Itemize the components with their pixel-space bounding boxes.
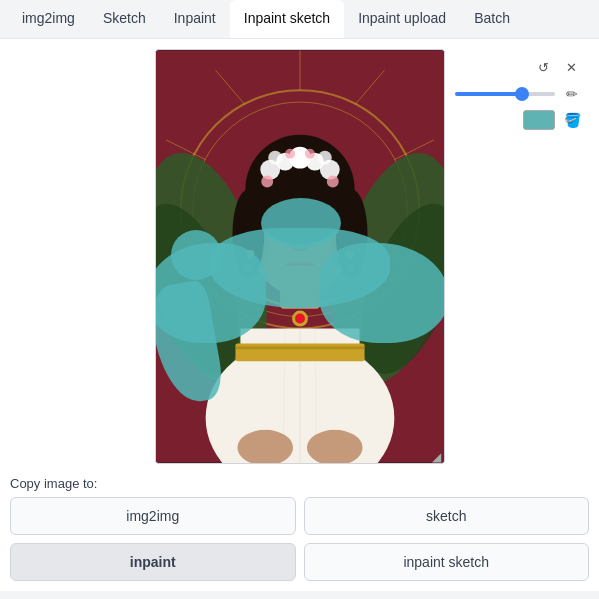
- paint-blob-neck: [261, 198, 341, 248]
- tab-bar: img2img Sketch Inpaint Inpaint sketch In…: [0, 0, 599, 39]
- canvas-toolbar: ↺ ✕ ✏ 🪣: [455, 55, 583, 131]
- svg-point-42: [268, 151, 282, 165]
- undo-button[interactable]: ↺: [531, 55, 555, 79]
- color-swatch[interactable]: [523, 110, 555, 130]
- tab-img2img[interactable]: img2img: [8, 0, 89, 38]
- copy-buttons: img2img sketch inpaint inpaint sketch: [10, 497, 589, 581]
- svg-point-20: [295, 314, 305, 324]
- color-row: 🪣: [523, 109, 583, 131]
- bottom-area: Copy image to: img2img sketch inpaint in…: [10, 476, 589, 581]
- draw-icon-button[interactable]: ✏: [561, 83, 583, 105]
- main-area: ◢ ↺ ✕ ✏ 🪣 Copy image to: img2img sketch …: [0, 39, 599, 591]
- copy-to-sketch-button[interactable]: sketch: [304, 497, 590, 535]
- tab-batch[interactable]: Batch: [460, 0, 524, 38]
- svg-rect-18: [235, 346, 364, 349]
- svg-point-44: [261, 176, 273, 188]
- fill-icon-button[interactable]: 🪣: [561, 109, 583, 131]
- copy-to-img2img-button[interactable]: img2img: [10, 497, 296, 535]
- svg-rect-17: [235, 343, 364, 361]
- slider-row: ✏: [455, 83, 583, 105]
- copy-to-inpaint-sketch-button[interactable]: inpaint sketch: [304, 543, 590, 581]
- brush-size-slider[interactable]: [455, 92, 555, 96]
- toolbar-top-row: ↺ ✕: [531, 55, 583, 79]
- inpaint-canvas[interactable]: ◢: [155, 49, 445, 464]
- svg-point-45: [326, 176, 338, 188]
- portrait-background: [156, 50, 444, 463]
- copy-label: Copy image to:: [10, 476, 589, 491]
- tab-inpaint-sketch[interactable]: Inpaint sketch: [230, 0, 344, 38]
- svg-point-43: [317, 151, 331, 165]
- tab-sketch[interactable]: Sketch: [89, 0, 160, 38]
- tab-inpaint[interactable]: Inpaint: [160, 0, 230, 38]
- close-button[interactable]: ✕: [559, 55, 583, 79]
- resize-handle[interactable]: ◢: [432, 451, 444, 463]
- svg-point-46: [285, 149, 295, 159]
- tab-inpaint-upload[interactable]: Inpaint upload: [344, 0, 460, 38]
- canvas-wrapper: ◢ ↺ ✕ ✏ 🪣: [10, 49, 589, 468]
- svg-point-47: [304, 149, 314, 159]
- copy-to-inpaint-button[interactable]: inpaint: [10, 543, 296, 581]
- paint-blob-shoulder-right: [319, 243, 444, 343]
